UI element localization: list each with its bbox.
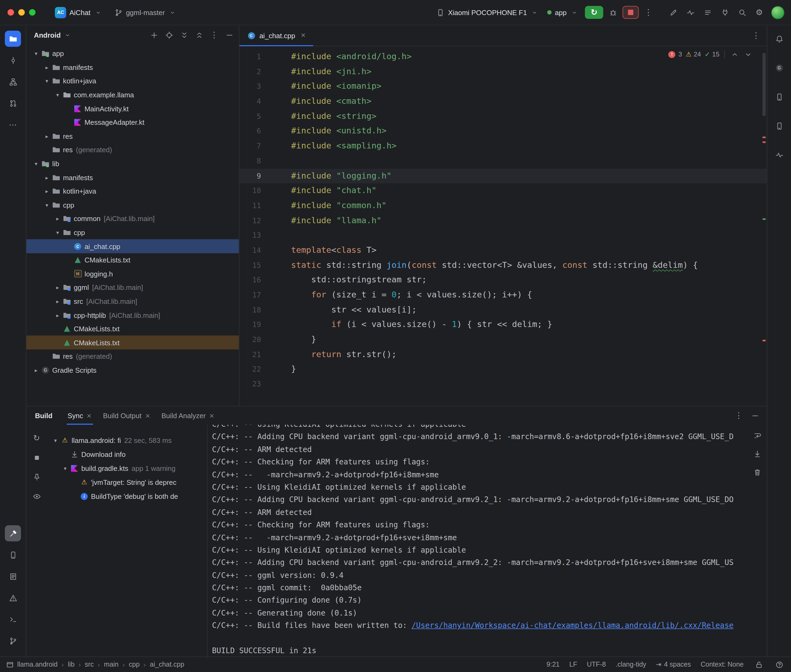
line-number[interactable]: 8 <box>239 154 264 168</box>
logcat-button[interactable] <box>5 568 21 584</box>
locate-file-button[interactable] <box>162 29 175 42</box>
device-selector[interactable]: Xiaomi POCOPHONE F1 <box>432 4 543 21</box>
project-tree-item[interactable]: ▸common[AiChat.lib.main] <box>26 212 239 226</box>
breadcrumb-item[interactable]: lib <box>68 661 75 668</box>
stop-button[interactable] <box>623 6 639 19</box>
code-line[interactable]: 8 <box>239 154 767 168</box>
tree-chevron-icon[interactable]: ▸ <box>53 312 62 318</box>
more-actions-button[interactable]: ⋮ <box>641 5 656 20</box>
profiler-button[interactable] <box>683 5 698 20</box>
version-control-button[interactable] <box>5 633 21 649</box>
build-tree-item[interactable]: ▾⚠llama.android: fi22 sec, 583 ms <box>47 433 207 447</box>
running-devices-button[interactable] <box>771 118 787 134</box>
code-line[interactable]: 4#include <cmath> <box>239 94 767 109</box>
console-file-link[interactable]: /Users/hanyin/Workspace/ai-chat/examples… <box>412 621 733 630</box>
app-quality-insights-button[interactable] <box>771 147 787 163</box>
project-tree-item[interactable]: MainActivity.kt <box>26 102 239 116</box>
line-number[interactable]: 12 <box>239 213 264 228</box>
stop-sync-button[interactable] <box>30 450 43 464</box>
code-line[interactable]: 7#include <sampling.h> <box>239 139 767 154</box>
ai-assistant-button[interactable] <box>666 5 681 20</box>
code-line[interactable]: 11#include "common.h" <box>239 198 767 213</box>
settings-button[interactable]: ⚙ <box>752 5 767 20</box>
editor-scrollbar[interactable] <box>761 46 767 406</box>
tree-chevron-icon[interactable]: ▾ <box>61 465 69 471</box>
tree-chevron-icon[interactable]: ▾ <box>32 51 40 57</box>
line-number[interactable]: 3 <box>239 79 264 94</box>
error-stripe-mark[interactable] <box>762 141 766 143</box>
project-tree-item[interactable]: ▸manifests <box>26 171 239 184</box>
code-line[interactable]: 6#include <unistd.h> <box>239 124 767 139</box>
clang-tidy-widget[interactable]: .clang-tidy <box>616 661 646 668</box>
tree-chevron-icon[interactable]: ▾ <box>43 202 51 208</box>
project-tree-item[interactable]: ▸res <box>26 130 239 143</box>
code-line[interactable]: 14template<class T> <box>239 243 767 258</box>
search-everywhere-button[interactable] <box>735 5 749 20</box>
tree-chevron-icon[interactable]: ▸ <box>53 285 62 290</box>
plugins-button[interactable] <box>717 5 732 20</box>
change-stripe-mark[interactable] <box>762 218 766 220</box>
warning-count[interactable]: ⚠24 <box>686 51 701 58</box>
encoding-widget[interactable]: UTF-8 <box>587 661 606 668</box>
line-number[interactable]: 7 <box>239 139 264 154</box>
error-stripe-mark[interactable] <box>762 340 766 341</box>
code-line[interactable]: 9#include "logging.h" <box>239 169 767 183</box>
notifications-button[interactable] <box>771 30 787 47</box>
code-line[interactable]: 19 if (i < values.size() - 1) { str << d… <box>239 317 767 332</box>
close-icon[interactable] <box>145 413 151 418</box>
run-button[interactable]: ↻ <box>585 6 603 19</box>
project-tree-item[interactable]: ▸ggml[AiChat.lib.main] <box>26 281 239 294</box>
build-tab-build-analyzer[interactable]: Build Analyzer <box>156 406 220 425</box>
line-number[interactable]: 20 <box>239 332 264 347</box>
error-stripe-mark[interactable] <box>762 137 766 138</box>
device-explorer-button[interactable] <box>5 547 21 563</box>
build-tree-item[interactable]: Download info <box>47 447 207 461</box>
build-tree-item[interactable]: iBuildType 'debug' is both de <box>47 489 207 503</box>
line-number[interactable]: 5 <box>239 109 264 124</box>
error-count[interactable]: !3 <box>668 50 682 59</box>
code-line[interactable]: 5#include <string> <box>239 109 767 124</box>
project-tree-item[interactable]: ▸manifests <box>26 61 239 74</box>
expand-all-button[interactable] <box>178 29 191 42</box>
line-number[interactable]: 18 <box>239 302 264 317</box>
line-number[interactable]: 14 <box>239 243 264 258</box>
line-number[interactable]: 1 <box>239 50 264 64</box>
branch-selector[interactable]: ggml-master <box>110 4 181 21</box>
project-tree-item[interactable]: Cai_chat.cpp <box>26 239 239 253</box>
tree-chevron-icon[interactable]: ▸ <box>32 367 40 373</box>
project-view-selector[interactable]: Android <box>34 30 72 39</box>
code-line[interactable]: 18 str << values[i]; <box>239 302 767 317</box>
breadcrumb-item[interactable]: llama.android <box>17 661 58 668</box>
tree-chevron-icon[interactable]: ▸ <box>43 133 51 139</box>
device-manager-button[interactable] <box>771 89 787 105</box>
line-number[interactable]: 6 <box>239 124 264 139</box>
build-panel-title[interactable]: Build <box>35 411 53 419</box>
line-number[interactable]: 17 <box>239 288 264 302</box>
problems-button[interactable] <box>5 590 21 606</box>
project-tree-item[interactable]: ▸cpp-httplib[AiChat.lib.main] <box>26 308 239 322</box>
editor-options-button[interactable]: ⋮ <box>748 28 764 43</box>
more-tools-button[interactable]: ⋯ <box>5 117 21 133</box>
gradle-button[interactable]: G <box>771 60 787 76</box>
project-button[interactable] <box>5 30 21 47</box>
code-line[interactable]: 23 <box>239 377 767 392</box>
window-zoom-button[interactable] <box>29 9 35 16</box>
todo-button[interactable] <box>700 5 715 20</box>
help-button[interactable] <box>774 659 785 670</box>
project-tree-item[interactable]: ▾cpp <box>26 226 239 239</box>
project-options-button[interactable]: ⋮ <box>208 29 221 42</box>
code-line[interactable]: 22} <box>239 362 767 377</box>
project-tree-item[interactable]: res(generated) <box>26 350 239 363</box>
line-number[interactable]: 22 <box>239 362 264 377</box>
project-tree-item[interactable]: CMakeLists.txt <box>26 336 239 350</box>
next-problem-button[interactable] <box>743 50 753 59</box>
tab-close-button[interactable] <box>299 31 308 40</box>
build-tree-item[interactable]: ⚠'jvmTarget: String' is deprec <box>47 475 207 489</box>
project-tree-item[interactable]: ▾app <box>26 47 239 61</box>
line-number[interactable]: 11 <box>239 198 264 213</box>
hide-panel-button[interactable] <box>223 29 236 42</box>
project-tree-item[interactable]: CMakeLists.txt <box>26 253 239 267</box>
tree-chevron-icon[interactable]: ▾ <box>43 78 51 84</box>
tree-chevron-icon[interactable]: ▸ <box>43 188 51 194</box>
line-number[interactable]: 4 <box>239 94 264 109</box>
